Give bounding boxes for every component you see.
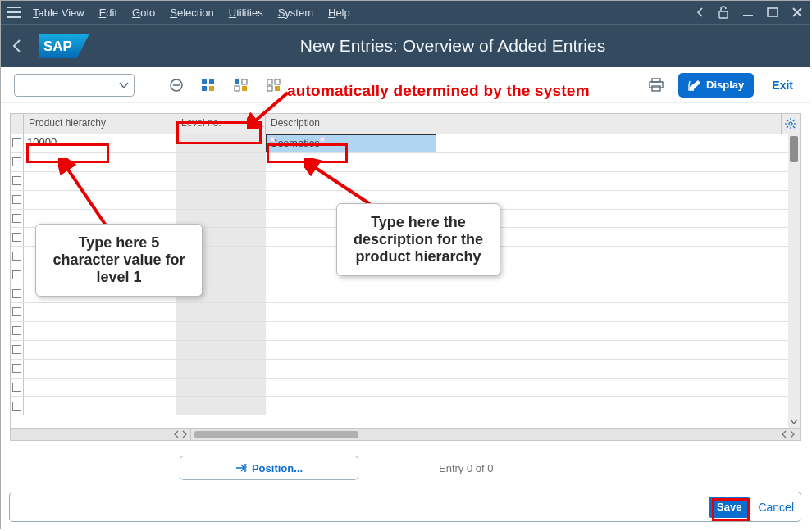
toolbar-select-block-icon[interactable]: [231, 75, 253, 96]
menu-help[interactable]: Help: [328, 7, 350, 19]
toolbar-deselect-all-icon[interactable]: [264, 75, 285, 96]
sap-logo: SAP: [39, 35, 89, 57]
table-header: Product hierarchy Level no. Description: [11, 114, 800, 134]
table-row[interactable]: [11, 360, 800, 379]
table-row[interactable]: [11, 341, 800, 360]
table-row[interactable]: [11, 228, 800, 247]
table-row[interactable]: [11, 247, 800, 266]
table-row[interactable]: [11, 397, 800, 415]
back-icon[interactable]: [11, 39, 24, 53]
table-row[interactable]: [11, 191, 800, 210]
svg-rect-10: [209, 79, 214, 84]
sap-window: Table View Edit Goto Selection Utilities…: [0, 0, 810, 529]
svg-line-32: [787, 126, 788, 128]
save-button[interactable]: Save: [709, 497, 750, 518]
display-button[interactable]: Display: [678, 73, 754, 98]
svg-rect-14: [242, 79, 247, 84]
svg-rect-12: [209, 86, 214, 91]
cell-level-no: [176, 134, 266, 152]
table-row[interactable]: [11, 379, 800, 397]
close-icon[interactable]: [791, 7, 803, 18]
svg-rect-15: [235, 86, 239, 91]
print-icon[interactable]: [645, 75, 667, 96]
col-product-hierarchy[interactable]: Product hierarchy: [24, 114, 176, 134]
cell-description[interactable]: Cosmetics: [266, 134, 436, 152]
table-row[interactable]: [11, 210, 800, 229]
row-checkbox[interactable]: [11, 134, 24, 152]
svg-rect-19: [267, 86, 272, 91]
svg-text:SAP: SAP: [43, 39, 72, 54]
col-selector: [11, 114, 24, 134]
menu-edit[interactable]: Edit: [99, 7, 117, 19]
table-row[interactable]: [11, 322, 800, 341]
display-button-label: Display: [706, 79, 744, 91]
svg-rect-3: [719, 11, 728, 18]
menu-table-view[interactable]: Table View: [33, 7, 84, 19]
entry-counter: Entry 0 of 0: [439, 462, 493, 474]
table-row[interactable]: [11, 303, 800, 322]
maximize-icon[interactable]: [767, 7, 778, 18]
position-row: Position... Entry 0 of 0: [1, 449, 810, 495]
table-row[interactable]: [11, 284, 800, 303]
svg-line-30: [793, 126, 795, 128]
col-description[interactable]: Description: [266, 114, 782, 134]
svg-rect-16: [242, 86, 247, 91]
vertical-scrollbar[interactable]: [788, 134, 800, 428]
nav-prev-icon[interactable]: [696, 7, 705, 17]
svg-rect-18: [275, 79, 280, 84]
menubar: Table View Edit Goto Selection Utilities…: [1, 1, 810, 24]
toolbar: Display Exit: [1, 67, 810, 103]
position-button[interactable]: Position...: [180, 456, 358, 480]
horizontal-scrollbar[interactable]: [191, 429, 778, 440]
menu-utilities[interactable]: Utilities: [229, 7, 263, 19]
table-row[interactable]: [11, 172, 800, 191]
svg-rect-9: [202, 79, 207, 84]
page-title: New Entries: Overview of Added Entries: [300, 36, 605, 56]
hamburger-menu-icon[interactable]: [7, 7, 21, 18]
unlock-icon[interactable]: [718, 6, 729, 19]
minimize-icon[interactable]: [742, 7, 754, 18]
menu-system[interactable]: System: [278, 7, 313, 19]
svg-rect-5: [768, 8, 778, 16]
svg-rect-20: [275, 86, 280, 91]
table-settings-icon[interactable]: [782, 114, 800, 134]
hscroll-arrows-right[interactable]: [778, 429, 800, 440]
cell-product-hierarchy[interactable]: 10000: [24, 134, 176, 152]
svg-rect-11: [202, 86, 207, 91]
entries-table: Product hierarchy Level no. Description …: [10, 113, 801, 441]
table-body: 10000 Cosmetics: [11, 134, 800, 417]
table-row[interactable]: [11, 266, 800, 284]
scroll-down-icon[interactable]: [788, 416, 800, 428]
svg-line-31: [793, 120, 795, 121]
svg-point-24: [789, 122, 792, 125]
hscroll-arrows-left[interactable]: [11, 429, 191, 440]
menu-selection[interactable]: Selection: [170, 7, 213, 19]
variant-select[interactable]: [14, 74, 135, 97]
toolbar-select-all-icon[interactable]: [198, 75, 220, 96]
cancel-button[interactable]: Cancel: [758, 501, 794, 514]
svg-line-29: [787, 120, 788, 121]
svg-rect-17: [267, 79, 272, 84]
bottom-bar: Save Cancel: [9, 492, 801, 522]
col-level-no[interactable]: Level no.: [176, 114, 266, 134]
toolbar-remove-icon[interactable]: [166, 75, 187, 96]
menu-goto[interactable]: Goto: [132, 7, 155, 19]
position-button-label: Position...: [252, 462, 303, 474]
scrollbar-thumb[interactable]: [790, 136, 798, 162]
svg-rect-23: [652, 86, 660, 91]
table-row[interactable]: 10000 Cosmetics: [11, 134, 800, 153]
table-row[interactable]: [11, 153, 800, 172]
hscroll-thumb[interactable]: [194, 431, 358, 438]
svg-rect-13: [235, 79, 239, 84]
titlebar: SAP New Entries: Overview of Added Entri…: [1, 24, 810, 67]
exit-button[interactable]: Exit: [772, 79, 793, 92]
